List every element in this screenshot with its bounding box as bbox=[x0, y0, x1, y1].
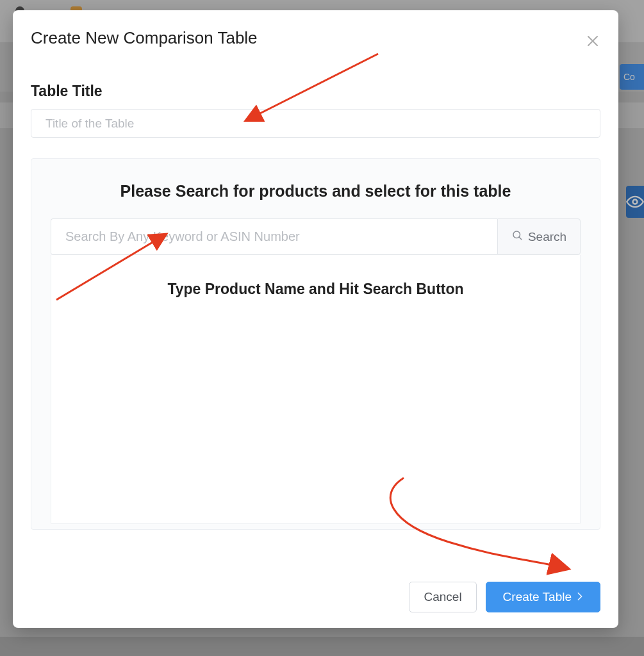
chevron-right-icon bbox=[577, 590, 583, 604]
cancel-button-label: Cancel bbox=[424, 590, 461, 604]
table-title-label: Table Title bbox=[31, 83, 600, 100]
search-heading: Please Search for products and select fo… bbox=[51, 182, 581, 201]
search-results-area: Type Product Name and Hit Search Button bbox=[51, 255, 581, 524]
cancel-button[interactable]: Cancel bbox=[409, 582, 476, 612]
search-icon bbox=[511, 229, 523, 244]
search-button-label: Search bbox=[528, 230, 566, 244]
create-comparison-modal: Create New Comparison Table Table Title … bbox=[13, 10, 618, 628]
close-button[interactable] bbox=[585, 33, 600, 49]
product-search-panel: Please Search for products and select fo… bbox=[31, 158, 600, 530]
table-title-input[interactable] bbox=[31, 109, 600, 138]
create-table-button-label: Create Table bbox=[503, 590, 572, 604]
create-table-button[interactable]: Create Table bbox=[486, 582, 600, 612]
product-search-input[interactable] bbox=[51, 218, 497, 255]
modal-title: Create New Comparison Table bbox=[31, 28, 600, 48]
search-row: Search bbox=[51, 218, 581, 255]
svg-line-4 bbox=[519, 237, 522, 240]
search-results-hint: Type Product Name and Hit Search Button bbox=[51, 281, 580, 298]
modal-footer: Cancel Create Table bbox=[409, 582, 600, 612]
search-button[interactable]: Search bbox=[497, 218, 581, 255]
